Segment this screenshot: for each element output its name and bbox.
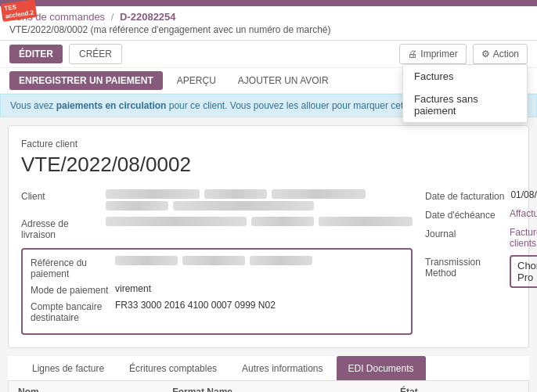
- journal-label: Journal: [425, 227, 503, 239]
- form-grid: Client Adresse de livraison: [21, 189, 516, 335]
- ref-blur-2: [182, 256, 245, 265]
- dropdown-menu: Factures Factures sans paiement: [402, 64, 528, 123]
- top-bar: TESacclend.2: [0, 0, 537, 6]
- journal-value[interactable]: Factures clients: [510, 227, 537, 249]
- table-container: Nom Format Name État factur-x.xml Factur…: [8, 381, 529, 392]
- action-button[interactable]: ⚙ Action: [473, 44, 528, 64]
- tab-ecritures[interactable]: Écritures comptables: [117, 356, 229, 380]
- tab-autres[interactable]: Autres informations: [230, 356, 334, 380]
- action-right: 🖨 Imprimer ⚙ Action Factures Factures sa…: [399, 44, 528, 64]
- table-header-row: Nom Format Name État: [9, 381, 528, 392]
- client-blur-2: [204, 189, 267, 199]
- transmission-value-box: Chorus Pro: [510, 255, 537, 288]
- action-label: Action: [493, 49, 519, 59]
- tab-lignes[interactable]: Lignes de facture: [20, 356, 116, 380]
- client-value: [106, 189, 366, 210]
- col-nom: Nom: [9, 381, 163, 392]
- date-echeance-value[interactable]: Affacturage: [510, 208, 537, 219]
- adresse-blur-3: [319, 217, 413, 226]
- transmission-label: Transmission Method: [425, 255, 503, 279]
- gear-icon: ⚙: [481, 49, 490, 59]
- ref-blur-3: [250, 256, 312, 265]
- client-field: Client: [21, 189, 413, 210]
- payment-purple-box: Référence du paiement Mode de paiement v…: [21, 248, 413, 335]
- tab-edi[interactable]: EDI Documents: [337, 356, 426, 380]
- adresse-value: [106, 217, 413, 226]
- dropdown-item-factures[interactable]: Factures: [403, 65, 527, 88]
- adresse-label: Adresse de livraison: [21, 217, 99, 240]
- print-button[interactable]: 🖨 Imprimer: [399, 44, 466, 64]
- left-col: Client Adresse de livraison: [21, 189, 413, 335]
- col-etat: État: [391, 381, 528, 392]
- facture-number: VTE/2022/08/0002: [21, 153, 516, 177]
- date-echeance-label: Date d'échéance: [425, 208, 503, 221]
- ref-line: VTE/2022/08/0002 (ma référence d'engagem…: [9, 24, 528, 35]
- breadcrumb: Bons de commandes / D-22082254: [9, 11, 528, 23]
- client-blur-1: [106, 189, 200, 199]
- compte-label: Compte bancaire destinataire: [31, 300, 109, 323]
- breadcrumb-current: D-22082254: [120, 11, 176, 23]
- client-blur-5: [173, 201, 314, 210]
- compte-field: Compte bancaire destinataire FR33 3000 2…: [31, 300, 403, 323]
- print-label: Imprimer: [420, 49, 457, 59]
- right-col: Date de facturation 01/08/2022 Date d'éc…: [425, 189, 537, 335]
- dropdown-item-sans-paiement[interactable]: Factures sans paiement: [403, 88, 527, 122]
- mode-field: Mode de paiement virement: [31, 283, 403, 296]
- avoir-button[interactable]: AJOUTER UN AVOIR: [230, 71, 337, 90]
- date-facturation-field: Date de facturation 01/08/2022: [425, 189, 537, 202]
- edit-button[interactable]: ÉDITER: [9, 45, 63, 63]
- action-bar: ÉDITER CRÉER 🖨 Imprimer ⚙ Action Facture…: [0, 41, 537, 68]
- date-echeance-field: Date d'échéance Affacturage: [425, 208, 537, 221]
- mode-label: Mode de paiement: [31, 283, 109, 296]
- facture-label: Facture client: [21, 138, 516, 149]
- client-label: Client: [21, 189, 99, 202]
- date-facturation-label: Date de facturation: [425, 189, 504, 202]
- reference-field: Référence du paiement: [31, 256, 403, 279]
- client-blur-4: [106, 201, 168, 210]
- adresse-field: Adresse de livraison: [21, 217, 413, 240]
- client-blur-3: [272, 189, 366, 199]
- tabs-container: Lignes de facture Écritures comptables A…: [8, 356, 529, 381]
- col-format: Format Name: [163, 381, 391, 392]
- adresse-blur-1: [106, 217, 247, 226]
- reference-value: [115, 256, 312, 265]
- action-dropdown-container: ⚙ Action Factures Factures sans paiement: [473, 44, 528, 64]
- print-icon: 🖨: [408, 49, 417, 59]
- journal-field: Journal Factures clients: [425, 227, 537, 249]
- edi-table: Nom Format Name État factur-x.xml Factur…: [9, 381, 528, 392]
- date-facturation-value: 01/08/2022: [510, 189, 537, 200]
- create-button[interactable]: CRÉER: [69, 44, 122, 64]
- reference-label: Référence du paiement: [31, 256, 109, 279]
- adresse-blur-2: [251, 217, 314, 226]
- transmission-field: Transmission Method Chorus Pro: [425, 255, 537, 288]
- payment-button[interactable]: ENREGISTRER UN PAIEMENT: [9, 71, 163, 90]
- apercu-button[interactable]: APERÇU: [169, 71, 224, 90]
- transmission-value: Chorus Pro: [517, 260, 537, 283]
- main-content: Facture client VTE/2022/08/0002 Client: [8, 125, 529, 348]
- mode-value: virement: [115, 283, 151, 294]
- breadcrumb-bar: Bons de commandes / D-22082254 VTE/2022/…: [0, 6, 537, 41]
- compte-value: FR33 3000 2016 4100 0007 0999 N02: [115, 300, 276, 311]
- breadcrumb-sep: /: [111, 11, 114, 23]
- ref-blur-1: [115, 256, 178, 265]
